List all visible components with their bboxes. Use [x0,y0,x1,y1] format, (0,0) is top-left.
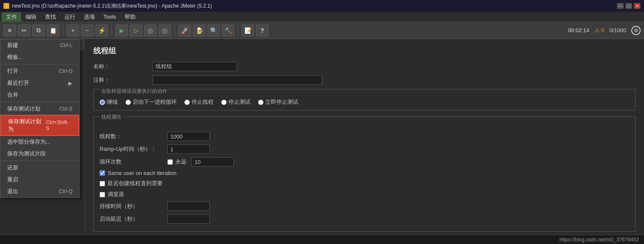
menu-recent[interactable]: 最近打开 ▶ [0,77,79,89]
start-button[interactable]: ▶ [115,25,128,36]
error-section: 在取样器错误后要执行的动作 继续 启动下一进程循环 停止线程 停止测试 [93,89,636,111]
menu-item-search[interactable]: 查找 [41,12,60,22]
stop-button[interactable]: ⬤ [144,25,157,36]
menu-save-partial[interactable]: 选中部分保存为... [0,136,79,148]
menu-exit[interactable]: 退出 Ctrl-Q [0,186,79,197]
sep4 [238,25,238,36]
duration-input[interactable] [167,202,210,211]
sep2 [111,25,112,36]
title-bar: J newTest.jmx (D:\soft\apache-jmeter-5.2… [0,0,644,12]
name-input[interactable] [153,62,237,71]
status-url: https://blog.csdn.net/m0_37679452 [560,237,639,243]
menu-item-file[interactable]: 文件 [2,12,21,22]
menu-new[interactable]: 新建 Ctrl-L [0,39,79,51]
menu-merge[interactable]: 合并 [0,89,79,101]
sep1 [63,25,63,36]
radio-stop-test-now[interactable]: 立即停止测试 [258,98,298,106]
remote-stop-button[interactable]: 🍺 [193,25,205,36]
menu-save-as[interactable]: 保存测试计划为 Ctrl+Shift-S [0,115,79,136]
menu-item-run[interactable]: 运行 [60,12,80,22]
right-panel: 线程组 名称： 注释： 在取样器错误后要执行的动作 继续 启动下一 [85,39,644,244]
close-button[interactable]: ✕ [634,3,641,9]
radio-stop-test[interactable]: 停止测试 [221,98,250,106]
comment-row: 注释： [93,75,636,85]
menu-revert[interactable]: 还原 [0,162,79,174]
menu-item-tools[interactable]: Tools [99,13,120,21]
warning-count: 0 [601,27,604,33]
comment-label: 注释： [93,76,153,84]
radio-stop-thread[interactable]: 停止线程 [184,98,214,106]
app-icon: J [3,3,9,9]
menu-open[interactable]: 打开 Ctrl-O [0,65,79,77]
clear-button[interactable]: 🔨 [222,25,234,36]
thread-count-label: 线程数： [100,133,167,140]
timer-display: 00:02:14 [568,27,589,33]
cut-button[interactable]: ✂ [18,25,31,36]
toolbar: ✕ ✂ ⧉ 📋 ＋ － ⚡ ▶ ▷ ⬤ ⬤ 🚀 🍺 🔍 🔨 📝 ? 00:02:… [0,22,644,39]
delay-checkbox[interactable] [100,181,105,186]
menu-template[interactable]: 模板... [0,51,79,63]
settings-button[interactable]: ⚙ [631,26,641,35]
expand-button[interactable]: ＋ [67,25,79,36]
delay-label: 延迟创建线程直到需要 [108,180,163,187]
shutdown-button[interactable]: ⬤ [158,25,171,36]
duration-row: 持续时间（秒） [100,202,629,211]
comment-input[interactable] [153,75,322,85]
maximize-button[interactable]: □ [625,3,632,9]
sidebar: 测试计划 新建 Ctrl-L 模板... 打开 Ctrl-O 最近打开 ▶ 合并 [0,39,85,244]
sep-1 [0,64,79,64]
startup-delay-input[interactable] [167,214,210,224]
menu-item-edit[interactable]: 编辑 [21,12,41,22]
radio-continue[interactable]: 继续 [100,98,118,106]
startup-delay-row: 启动延迟（秒） [100,214,629,224]
status-bar: https://blog.csdn.net/m0_37679452 [0,235,644,244]
title-bar-text: newTest.jmx (D:\soft\apache-jmeter-5.2.1… [12,3,212,10]
startup-delay-label: 启动延迟（秒） [100,215,167,223]
minimize-button[interactable]: ─ [617,3,624,9]
remote-stop-all-button[interactable]: 🔍 [207,25,220,36]
copy-button[interactable]: ⧉ [32,25,45,36]
menu-save-snippet[interactable]: 保存为测试片段 [0,148,79,160]
menu-save[interactable]: 保存测试计划 Ctrl-S [0,103,79,115]
sep-2 [0,102,79,102]
ramp-up-label: Ramp-Up时间（秒）： [100,145,167,153]
panel-title: 线程组 [93,46,636,56]
menu-item-options[interactable]: 选项 [80,12,99,22]
radio-next-loop[interactable]: 启动下一进程循环 [125,98,177,106]
error-radio-group: 继续 启动下一进程循环 停止线程 停止测试 立即停止测试 [100,98,629,106]
scheduler-checkbox[interactable] [100,192,105,197]
thread-count-input[interactable] [167,132,210,141]
loop-forever-checkbox[interactable] [167,159,173,165]
scheduler-row: 调度器 [100,191,629,198]
menu-bar: 文件 编辑 查找 运行 选项 Tools 帮助 [0,12,644,22]
loop-count-label: 循环次数 [100,158,167,166]
menu-item-help[interactable]: 帮助 [120,12,140,22]
toggle-button[interactable]: ⚡ [95,25,108,36]
menu-restart[interactable]: 重启 [0,174,79,186]
new-button[interactable]: ✕ [3,25,16,36]
main-area: 测试计划 新建 Ctrl-L 模板... 打开 Ctrl-O 最近打开 ▶ 合并 [0,39,644,244]
help-button[interactable]: ? [256,25,269,36]
name-label: 名称： [93,63,153,70]
collapse-button[interactable]: － [81,25,94,36]
thread-count-row: 线程数： [100,132,629,141]
thread-section-title: 线程属性 [100,114,123,121]
remote-start-button[interactable]: 🚀 [178,25,191,36]
loop-count-input[interactable] [192,157,234,166]
warning-badge: ⚠ 0 [594,27,604,33]
sep3 [175,25,175,36]
delay-row: 延迟创建线程直到需要 [100,180,629,187]
same-user-row: Same user on each iteration [100,170,629,176]
loop-forever-group: 永远 [167,158,186,166]
duration-label: 持续时间（秒） [100,202,167,210]
ramp-up-row: Ramp-Up时间（秒）： [100,144,629,154]
start-nopauses-button[interactable]: ▷ [130,25,142,36]
toolbar-right: 00:02:14 ⚠ 0 0/1000 ⚙ [568,26,641,35]
function-helper-button[interactable]: 📝 [242,25,254,36]
loop-forever-label: 永远 [175,158,186,166]
ramp-up-input[interactable] [167,144,210,154]
title-bar-controls[interactable]: ─ □ ✕ [617,3,641,9]
scheduler-label: 调度器 [108,191,124,198]
same-user-checkbox[interactable] [100,170,105,176]
paste-button[interactable]: 📋 [47,25,59,36]
